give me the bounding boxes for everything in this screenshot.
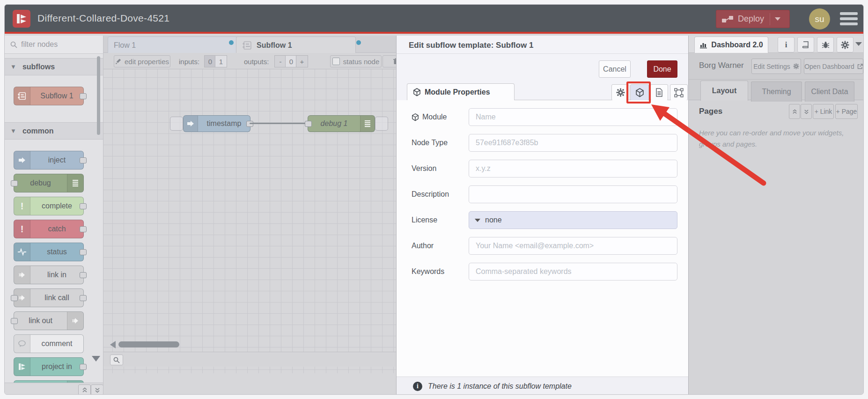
deploy-button[interactable]: Deploy — [716, 10, 790, 28]
palette-node-debug[interactable]: debug — [14, 174, 84, 192]
done-button[interactable]: Done — [647, 60, 677, 78]
main-menu-button[interactable] — [840, 12, 858, 25]
palette-node-link-out[interactable]: link out — [14, 311, 84, 330]
palette-category-common[interactable]: ▼common — [5, 122, 103, 140]
outputs-plus-button[interactable]: + — [296, 55, 308, 67]
sidebar-more-caret-icon[interactable] — [855, 42, 862, 46]
description-doc-button[interactable] — [650, 84, 668, 101]
palette-footer — [5, 383, 103, 395]
edit-properties-button[interactable]: edit properties — [114, 55, 170, 67]
palette-node-link-call[interactable]: link call — [14, 288, 84, 307]
palette-node-label: link in — [30, 271, 83, 279]
palette-collapse-all-button[interactable] — [78, 384, 91, 395]
outputs-label: outputs: — [244, 58, 269, 66]
sidebar-tab-bar: Dashboard 2.0 i — [689, 36, 864, 53]
open-dashboard-button[interactable]: Open Dashboard — [804, 59, 863, 74]
status-node-label: status node — [343, 58, 380, 66]
status-node-toggle[interactable]: status node — [330, 55, 382, 67]
user-avatar[interactable]: su — [809, 8, 830, 30]
appearance-frame-button[interactable] — [670, 84, 688, 101]
cancel-button[interactable]: Cancel — [599, 60, 631, 78]
palette-filter-input[interactable]: filter nodes — [5, 36, 103, 54]
tab-flow-1[interactable]: Flow 1 — [108, 37, 238, 53]
canvas-node-debug-1[interactable]: debug 1 — [308, 115, 375, 132]
output-port[interactable] — [80, 203, 87, 209]
dashboard-subtabs: Layout Theming Client Data — [689, 80, 864, 100]
palette-scrollbar[interactable] — [97, 56, 100, 135]
deploy-caret-icon[interactable] — [775, 17, 780, 21]
canvas-search-button[interactable] — [110, 355, 123, 365]
add-link-button[interactable]: + Link — [813, 104, 834, 119]
subflow-output-stub[interactable] — [375, 117, 388, 131]
version-field[interactable] — [475, 164, 677, 173]
palette-node-status[interactable]: status — [14, 243, 84, 261]
info-sidebar-button[interactable]: i — [778, 37, 794, 52]
tab-client-data[interactable]: Client Data — [805, 81, 854, 102]
palette-node-Subflow-1[interactable]: Subflow 1 — [14, 87, 84, 105]
output-port[interactable] — [80, 272, 87, 278]
field-input-box — [469, 237, 677, 255]
output-port[interactable] — [80, 226, 87, 232]
canvas-node-label: debug 1 — [308, 119, 360, 128]
edit-properties-label: edit properties — [125, 58, 169, 66]
tab-subflow-1[interactable]: Subflow 1 — [236, 37, 356, 53]
output-port[interactable] — [80, 93, 87, 99]
project-header: Borg Warner Edit Settings Open Dashboard — [689, 53, 864, 80]
editor-title: Edit subflow template: Subflow 1 — [409, 41, 533, 50]
palette-node-comment[interactable]: comment — [14, 334, 84, 353]
palette-node-project-in[interactable]: project in — [14, 357, 84, 376]
canvas-node-timestamp[interactable]: timestamp — [183, 115, 250, 132]
palette-scroll-more-icon — [92, 356, 100, 362]
delete-subflow-button[interactable] — [383, 55, 396, 67]
subflow-input-stub[interactable] — [170, 117, 183, 131]
canvas-grid[interactable]: timestamp debug 1 — [103, 69, 396, 373]
field-input-box — [469, 263, 677, 281]
palette-expand-all-button[interactable] — [91, 384, 103, 395]
author-field[interactable] — [475, 241, 677, 251]
edit-settings-button[interactable]: Edit Settings — [751, 59, 801, 74]
license-select[interactable]: none — [469, 211, 677, 229]
palette-node-complete[interactable]: !complete — [14, 197, 84, 215]
wire[interactable] — [250, 123, 308, 124]
palette-node-inject[interactable]: inject — [14, 151, 84, 170]
pages-collapse-button[interactable] — [789, 104, 800, 119]
field-label: Keywords — [412, 267, 469, 276]
input-port[interactable] — [305, 121, 312, 127]
input-port[interactable] — [11, 180, 18, 186]
output-port[interactable] — [80, 249, 87, 255]
help-book-button[interactable] — [797, 37, 814, 52]
palette-category-subflows[interactable]: ▼subflows — [5, 58, 103, 75]
hscroll-thumb[interactable] — [118, 341, 179, 347]
pulse-icon — [14, 243, 30, 261]
output-port[interactable] — [80, 157, 87, 163]
status-node-checkbox[interactable] — [332, 58, 340, 65]
input-port[interactable] — [11, 318, 18, 324]
input-port[interactable] — [11, 295, 18, 301]
keywords-field[interactable] — [475, 267, 677, 276]
project-name: Borg Warner — [699, 61, 744, 70]
add-page-button[interactable]: + Page — [835, 104, 858, 119]
node-type-field[interactable] — [475, 138, 677, 148]
pages-expand-button[interactable] — [801, 104, 812, 119]
hscroll-left-arrow[interactable] — [110, 341, 116, 348]
palette-node-catch[interactable]: !catch — [14, 220, 84, 238]
module-field[interactable] — [475, 112, 677, 122]
debug-bug-button[interactable] — [817, 37, 834, 52]
tab-module-properties[interactable]: Module Properties — [407, 83, 515, 100]
palette-category-label: subflows — [22, 63, 55, 71]
gear-icon — [793, 63, 799, 69]
settings-gear-button[interactable] — [837, 37, 853, 52]
tab-dashboard-2[interactable]: Dashboard 2.0 — [694, 37, 768, 53]
tab-theming[interactable]: Theming — [751, 81, 802, 102]
form-row-module: Module — [397, 109, 689, 126]
trash-icon — [393, 58, 397, 65]
output-port[interactable] — [80, 295, 87, 301]
exclamation-icon: ! — [14, 197, 30, 215]
tab-layout[interactable]: Layout — [700, 81, 748, 101]
output-port[interactable] — [80, 364, 87, 370]
subflow-icon — [14, 87, 30, 105]
palette-node-link-in[interactable]: link in — [14, 266, 84, 284]
editor-footer: i There is 1 instance of this subflow te… — [397, 377, 689, 395]
description-field[interactable] — [475, 190, 677, 199]
inputs-1-button[interactable]: 1 — [215, 55, 227, 67]
